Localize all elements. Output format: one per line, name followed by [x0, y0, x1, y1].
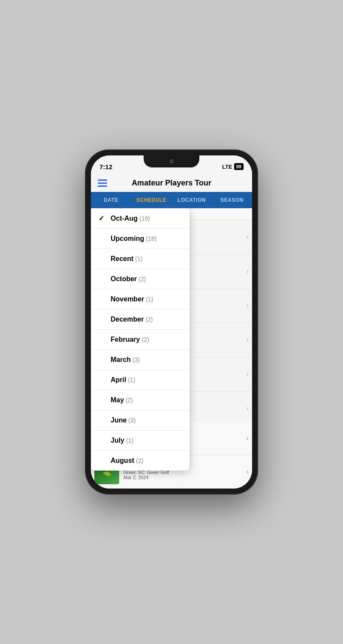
battery-indicator: 99 — [234, 163, 244, 170]
hamburger-line-3 — [98, 185, 107, 187]
app-title: Amateur Players Tour — [132, 179, 211, 188]
filter-option-recent[interactable]: Recent(1) — [91, 249, 190, 269]
filter-option-february[interactable]: February(2) — [91, 330, 190, 350]
option-label: Oct-Aug(19) — [111, 215, 150, 222]
app-header: Amateur Players Tour — [91, 174, 252, 192]
filter-option-december[interactable]: December(2) — [91, 310, 190, 330]
tab-season[interactable]: SEASON — [212, 192, 252, 208]
tab-date[interactable]: DATE — [91, 192, 131, 208]
filter-option-upcoming[interactable]: Upcoming(18) — [91, 229, 190, 249]
content-area: Filter: Upstate Schedule alker Cour... n… — [91, 208, 252, 489]
status-right: LTE 99 — [222, 163, 244, 170]
filter-option-november[interactable]: November(1) — [91, 289, 190, 310]
filter-option-june[interactable]: June(3) — [91, 410, 190, 431]
option-label: Recent(1) — [111, 255, 142, 263]
option-label: October(2) — [111, 275, 146, 283]
option-label: March(3) — [111, 356, 140, 364]
option-label: August(2) — [111, 457, 143, 465]
filter-option-march[interactable]: March(3) — [91, 350, 190, 370]
option-label: July(1) — [111, 437, 133, 444]
option-label: February(2) — [111, 336, 149, 343]
filter-option-may[interactable]: May(2) — [91, 390, 190, 410]
option-label: June(3) — [111, 416, 135, 424]
option-label: April(1) — [111, 376, 135, 384]
filter-option-august[interactable]: August(2) — [91, 451, 190, 471]
option-label: Upcoming(18) — [111, 235, 156, 243]
option-label: May(2) — [111, 396, 133, 404]
nav-tabs: DATE SCHEDULE LOCATION SEASON — [91, 192, 252, 208]
hamburger-line-2 — [98, 182, 107, 184]
menu-button[interactable] — [98, 179, 107, 187]
filter-option-oct-aug[interactable]: ✓ Oct-Aug(19) — [91, 208, 190, 229]
option-label: November(1) — [111, 295, 153, 303]
lte-indicator: LTE — [222, 164, 232, 170]
filter-option-april[interactable]: April(1) — [91, 370, 190, 390]
status-time: 7:12 — [99, 163, 112, 170]
filter-option-october[interactable]: October(2) — [91, 269, 190, 289]
filter-option-july[interactable]: July(1) — [91, 431, 190, 451]
filter-dropdown: ✓ Oct-Aug(19) Upcoming(18) — [91, 208, 190, 471]
check-icon: ✓ — [99, 214, 107, 222]
option-label: December(2) — [111, 316, 153, 323]
tab-location[interactable]: LOCATION — [172, 192, 212, 208]
dropdown-overlay: ✓ Oct-Aug(19) Upcoming(18) — [91, 208, 252, 489]
hamburger-line-1 — [98, 179, 107, 181]
tab-schedule[interactable]: SCHEDULE — [131, 192, 172, 208]
